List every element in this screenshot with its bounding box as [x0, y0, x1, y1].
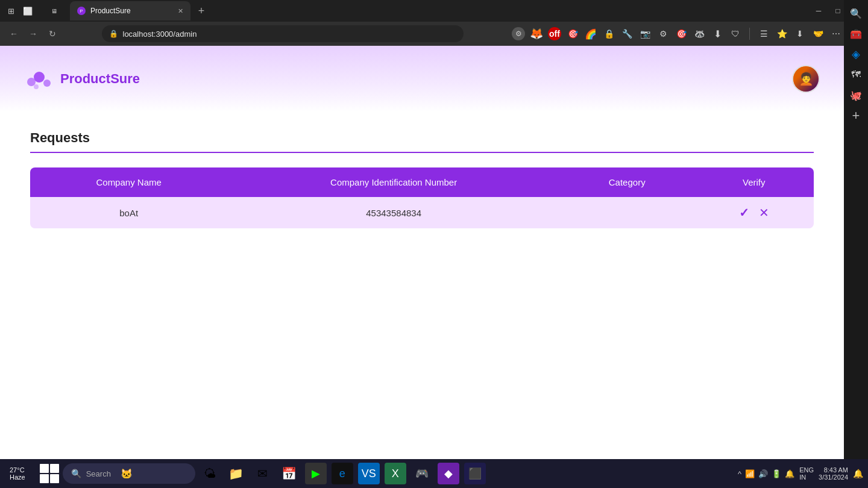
system-tray: ^ 📶 🔊 🔋 🔔	[738, 469, 794, 478]
url-text: localhost:3000/admin	[123, 30, 197, 39]
forward-button[interactable]: →	[27, 29, 40, 39]
minimize-button[interactable]: ─	[813, 7, 825, 15]
logo-text: ProductSure	[60, 71, 140, 87]
toolbar-icon-16[interactable]: ⬇	[793, 27, 807, 40]
verify-check-button[interactable]: ✓	[739, 205, 749, 220]
taskbar-search-icon: 🔍	[71, 469, 81, 478]
tab-title: ProductSure	[90, 7, 131, 15]
taskbar-clock: 8:43 AM 3/31/2024	[819, 466, 848, 481]
taskbar-excel[interactable]: X	[385, 463, 406, 484]
sidebar-add-icon[interactable]: +	[848, 107, 864, 124]
clock-time: 8:43 AM	[824, 466, 848, 474]
svg-point-2	[43, 80, 51, 87]
taskbar-gmail[interactable]: ✉	[252, 463, 274, 484]
start-button[interactable]	[39, 463, 60, 484]
back-button[interactable]: ←	[7, 29, 20, 39]
sidebar-maps-icon[interactable]: 🗺	[848, 66, 864, 83]
page-header: ProductSure 🧑‍🦱	[0, 46, 844, 112]
taskbar-files[interactable]: 📁	[225, 463, 247, 484]
sidebar-mail-icon[interactable]: ◈	[848, 46, 864, 63]
col-verify: Verify	[694, 167, 814, 197]
weather-temp: 27°C	[10, 466, 25, 474]
taskbar-app-10[interactable]: ◆	[438, 463, 459, 484]
taskbar: 27°C Haze 🔍 Search 🐱 🌤 📁 ✉ 📅 ▶ e VS X 🎮 …	[0, 459, 868, 488]
taskbar-search-emoji: 🐱	[121, 468, 133, 480]
tray-notification[interactable]: 🔔	[785, 469, 794, 478]
logo-product: Product	[60, 71, 110, 86]
toolbar-icon-3[interactable]: off	[548, 27, 561, 40]
tray-battery[interactable]: 🔋	[772, 469, 781, 478]
toolbar-icon-5[interactable]: 🌈	[584, 27, 597, 40]
language-indicator: ENGIN	[799, 466, 814, 481]
tab-grid-icon[interactable]: ⊞	[5, 5, 17, 17]
tab-bar: ⊞ ⬜ 🖥 P ProductSure ✕ + ─ □ ✕	[0, 0, 868, 22]
toolbar-icon-12[interactable]: ⬇	[711, 27, 724, 40]
table-body: boAt 45343584834 ✓ ✕	[30, 197, 814, 228]
browser-sidebar: 🔍 🧰 ◈ 🗺 🐙 +	[844, 0, 868, 488]
taskbar-search-text: Search	[86, 469, 111, 478]
taskbar-terminal[interactable]: ▶	[305, 463, 327, 484]
toolbar-icon-10[interactable]: 🎯	[675, 27, 688, 40]
section-divider	[30, 152, 814, 153]
new-tab-button[interactable]: +	[193, 2, 210, 19]
taskbar-browser[interactable]: e	[332, 463, 353, 484]
page-body: Requests Company Name Company Identifica…	[0, 112, 844, 246]
sidebar-tools-icon[interactable]: 🧰	[848, 25, 864, 42]
toolbar-icon-15[interactable]: ⭐	[775, 27, 788, 40]
refresh-button[interactable]: ↻	[46, 29, 59, 39]
table-row: boAt 45343584834 ✓ ✕	[30, 197, 814, 228]
notification-bell[interactable]: 🔔	[853, 469, 863, 478]
tray-expand[interactable]: ^	[738, 469, 741, 478]
toolbar-icon-1[interactable]: ⚙	[512, 27, 525, 40]
toolbar-icon-13[interactable]: 🛡	[729, 27, 742, 40]
requests-table: Company Name Company Identification Numb…	[30, 167, 814, 228]
logo-svg	[24, 64, 54, 94]
maximize-button[interactable]: □	[832, 7, 844, 15]
cell-company-id: 45343584834	[227, 197, 560, 228]
tab-active[interactable]: P ProductSure ✕	[70, 1, 190, 20]
page-content: ProductSure 🧑‍🦱 Requests Company Name Co…	[0, 46, 844, 488]
tab-close-button[interactable]: ✕	[178, 7, 183, 15]
sidebar-github-icon[interactable]: 🐙	[848, 87, 864, 104]
avatar-image: 🧑‍🦱	[793, 66, 819, 92]
toolbar-icon-18[interactable]: ⋯	[829, 27, 843, 40]
user-avatar[interactable]: 🧑‍🦱	[792, 65, 820, 93]
toolbar-icon-11[interactable]: 🦝	[693, 27, 706, 40]
taskbar-app-11[interactable]: ⬛	[464, 463, 486, 484]
taskbar-right: ^ 📶 🔊 🔋 🔔 ENGIN 8:43 AM 3/31/2024 🔔	[738, 466, 863, 481]
taskbar-widgets[interactable]: 🌤	[199, 463, 221, 484]
taskbar-app-9[interactable]: 🎮	[411, 463, 433, 484]
toolbar-icon-2[interactable]: 🦊	[530, 27, 543, 40]
toolbar-icon-6[interactable]: 🔒	[602, 27, 615, 40]
col-company-id: Company Identification Number	[227, 167, 560, 197]
logo-area: ProductSure	[24, 64, 140, 94]
toolbar-icon-17[interactable]: 🤝	[811, 27, 825, 40]
taskbar-search-bar[interactable]: 🔍 Search 🐱	[63, 463, 195, 484]
toolbar-icon-7[interactable]: 🔧	[620, 27, 634, 40]
tab-screenshot-icon[interactable]: ⬜	[22, 5, 34, 17]
toolbar-icon-14[interactable]: ☰	[757, 27, 770, 40]
toolbar-icon-4[interactable]: 🎯	[566, 27, 579, 40]
sidebar-search-icon[interactable]: 🔍	[848, 5, 864, 22]
tray-volume[interactable]: 🔊	[758, 469, 768, 478]
cell-category	[560, 197, 694, 228]
cell-verify-actions: ✓ ✕	[694, 197, 814, 228]
taskbar-vscode[interactable]: VS	[358, 463, 380, 484]
table-header: Company Name Company Identification Numb…	[30, 167, 814, 197]
taskbar-weather: 27°C Haze	[5, 465, 30, 482]
col-category: Category	[560, 167, 694, 197]
tab-inactive-1[interactable]: 🖥	[41, 1, 68, 20]
address-bar: ← → ↻ 🔒 localhost:3000/admin ⚙ 🦊 off 🎯 🌈…	[0, 22, 868, 46]
clock-date: 3/31/2024	[819, 474, 848, 481]
logo-sure: Sure	[110, 71, 140, 86]
taskbar-calendar[interactable]: 📅	[278, 463, 300, 484]
verify-reject-button[interactable]: ✕	[759, 205, 769, 220]
svg-point-1	[34, 72, 45, 83]
divider	[749, 28, 750, 40]
svg-point-3	[34, 84, 39, 89]
toolbar-icon-9[interactable]: ⚙	[656, 27, 670, 40]
url-field[interactable]: 🔒 localhost:3000/admin	[102, 25, 464, 42]
toolbar-icon-8[interactable]: 📷	[638, 27, 652, 40]
weather-condition: Haze	[10, 474, 25, 481]
tray-wifi[interactable]: 📶	[745, 469, 755, 478]
